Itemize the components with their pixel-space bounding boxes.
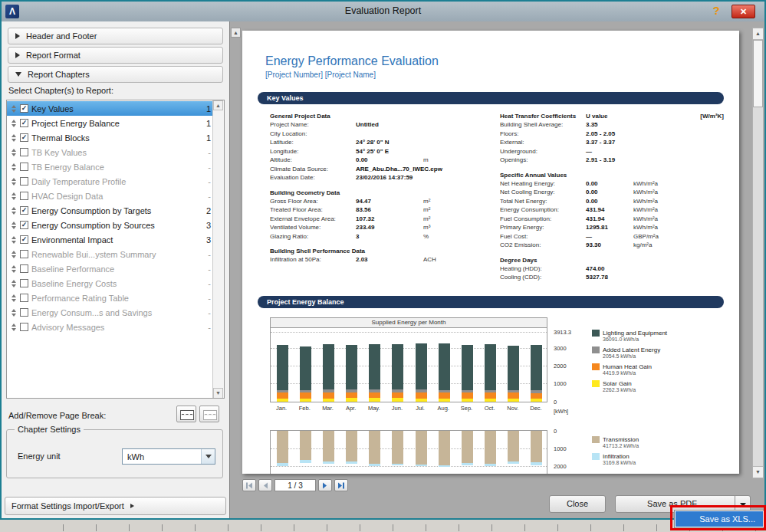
bar-segment [485, 392, 496, 399]
row-label: Fuel Consumption: [500, 215, 586, 224]
reorder-handle-icon[interactable] [9, 294, 18, 302]
section-header-energy-balance: Project Energy Balance [258, 296, 724, 308]
previous-page-button[interactable] [258, 479, 272, 491]
chapter-row[interactable]: ✓Energy Consumption by Targets2 [7, 203, 213, 218]
chapter-checkbox[interactable] [20, 308, 28, 317]
scroll-up-icon[interactable]: ▲ [213, 100, 223, 110]
scroll-down-icon[interactable]: ▼ [213, 388, 223, 398]
reorder-handle-icon[interactable] [9, 163, 18, 171]
row-value: 0.00 [586, 197, 633, 206]
data-row: Underground:— [500, 147, 724, 156]
reorder-handle-icon[interactable] [9, 280, 18, 287]
chapter-checkbox[interactable] [20, 279, 28, 287]
chapter-row[interactable]: Renewable Bui...ystem Summary- [7, 247, 213, 261]
reorder-handle-icon[interactable] [9, 120, 18, 127]
chapter-row[interactable]: TB Energy Balance- [7, 159, 213, 174]
chapter-row[interactable]: ✓Project Energy Balance1 [7, 116, 213, 130]
remove-page-break-button[interactable] [199, 406, 219, 422]
reorder-handle-icon[interactable] [9, 207, 18, 215]
reorder-handle-icon[interactable] [9, 265, 18, 273]
arrow-up-icon [12, 192, 16, 195]
legend-item: Solar Gain2262.3 kWh/a [592, 380, 738, 393]
legend-swatch [592, 380, 600, 387]
bar-segment [346, 392, 357, 399]
reorder-handle-icon[interactable] [9, 178, 18, 186]
row-unit: kWh/m²a [633, 197, 658, 206]
chapter-checkbox[interactable]: ✓ [20, 104, 28, 113]
chapter-row[interactable]: Performance Rating Table- [7, 291, 213, 305]
reorder-handle-icon[interactable] [9, 192, 18, 200]
chapter-checkbox[interactable] [20, 264, 28, 273]
bar-segment [462, 463, 473, 465]
chapter-row[interactable]: ✓Environmental Impact3 [7, 232, 213, 247]
accordion-header-and-footer[interactable]: Header and Footer [8, 28, 223, 44]
preview-scrollbar[interactable]: ▲ ▼ [752, 28, 764, 478]
panel-scroll-up-button[interactable]: ▲ [231, 28, 241, 38]
arrow-down-icon [12, 153, 16, 156]
reorder-handle-icon[interactable] [9, 323, 18, 331]
chapter-checkbox[interactable]: ✓ [20, 133, 28, 142]
chevron-down-icon [740, 503, 746, 507]
chapter-checkbox[interactable]: ✓ [20, 206, 28, 215]
help-button[interactable]: ? [709, 4, 723, 18]
row-value: Untitled [356, 120, 423, 130]
chapter-row[interactable]: HVAC Design Data- [7, 189, 213, 203]
bar-segment [416, 399, 427, 402]
chapter-checkbox[interactable] [20, 323, 28, 331]
bar-segment [531, 390, 542, 392]
chapter-checkbox[interactable]: ✓ [20, 221, 28, 229]
chapter-row[interactable]: Baseline Energy Costs- [7, 276, 213, 291]
energy-unit-select[interactable]: kWh [122, 448, 215, 465]
first-page-button[interactable] [242, 479, 256, 491]
bar-segment [369, 344, 380, 389]
chapter-row[interactable]: TB Key Values- [7, 145, 213, 159]
chapter-checkbox[interactable]: ✓ [20, 119, 28, 127]
reorder-handle-icon[interactable] [9, 105, 18, 113]
chapter-row[interactable]: ✓Key Values1 [7, 101, 213, 116]
chapter-checkbox[interactable]: ✓ [20, 235, 28, 244]
reorder-handle-icon[interactable] [9, 251, 18, 258]
last-page-button[interactable] [334, 479, 348, 491]
data-row: Project Name:Untitled [270, 120, 500, 130]
add-page-break-button[interactable] [176, 406, 196, 422]
menu-item-save-as-xls[interactable]: Save as XLS... [676, 511, 763, 527]
close-button[interactable]: Close [549, 495, 606, 513]
data-row: Net Cooling Energy:0.00kWh/m²a [500, 188, 724, 197]
reorder-handle-icon[interactable] [9, 134, 18, 142]
accordion-report-chapters[interactable]: Report Chapters [8, 66, 223, 83]
chapter-row[interactable]: Energy Consum...s and Savings- [7, 305, 213, 320]
accordion-report-format[interactable]: Report Format [8, 47, 223, 64]
chapter-row[interactable]: Baseline Performance- [7, 261, 213, 276]
reorder-handle-icon[interactable] [9, 236, 18, 244]
reorder-handle-icon[interactable] [9, 309, 18, 317]
next-page-button[interactable] [318, 479, 332, 491]
chapter-checkbox[interactable] [20, 163, 28, 171]
chapter-checkbox[interactable] [20, 148, 28, 156]
scroll-up-icon[interactable]: ▲ [753, 28, 763, 40]
scroll-down-icon[interactable]: ▼ [753, 466, 763, 478]
format-settings-import-export-button[interactable]: Format Settings Import/Export [5, 497, 226, 515]
chapter-row[interactable]: ✓Thermal Blocks1 [7, 130, 213, 145]
chapter-row[interactable]: Daily Temperature Profile- [7, 174, 213, 189]
chapter-checkbox[interactable] [20, 294, 28, 302]
chapter-checkbox[interactable] [20, 192, 28, 200]
key-values-block: General Project DataProject Name:Untitle… [270, 112, 724, 288]
chapter-row[interactable]: Advisory Messages- [7, 320, 213, 334]
arrow-up-icon [12, 149, 16, 152]
chapter-page-count: - [197, 192, 211, 201]
row-value: 83.56 [356, 205, 423, 215]
arrow-down-icon [12, 168, 16, 171]
chapter-row[interactable]: ✓Energy Consumption by Sources3 [7, 218, 213, 232]
chapter-listbox[interactable]: ✓Key Values1✓Project Energy Balance1✓The… [6, 100, 225, 399]
bar-slot [317, 431, 340, 475]
scrollbar-thumb[interactable] [753, 40, 763, 107]
close-window-button[interactable]: ✕ [731, 5, 755, 18]
chapter-checkbox[interactable] [20, 177, 28, 186]
chapter-label: Energy Consumption by Targets [31, 206, 197, 215]
list-scrollbar[interactable]: ▲ ▼ [212, 100, 224, 398]
reorder-handle-icon[interactable] [9, 149, 18, 156]
chapter-checkbox[interactable] [20, 250, 28, 258]
data-group: Specific Annual ValuesNet Heating Energy… [500, 171, 724, 250]
reorder-handle-icon[interactable] [9, 222, 18, 229]
y-tick-label: 3000 [554, 345, 567, 352]
